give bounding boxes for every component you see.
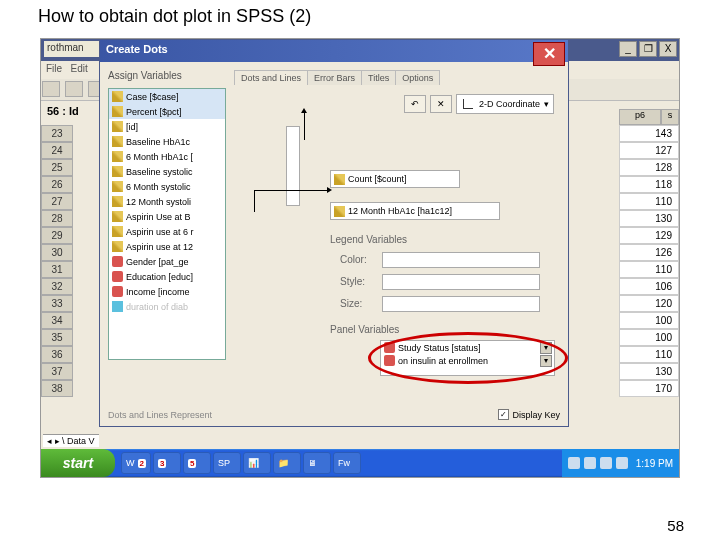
data-cell[interactable]: 100	[619, 329, 679, 346]
app-close-button[interactable]: X	[659, 41, 677, 57]
data-cell[interactable]: 170	[619, 380, 679, 397]
menu-edit[interactable]: Edit	[70, 63, 87, 74]
row-num[interactable]: 31	[41, 261, 73, 278]
start-button[interactable]: start	[41, 449, 115, 477]
size-dropzone[interactable]	[382, 296, 540, 312]
slide-title: How to obtain dot plot in SPSS (2)	[38, 6, 311, 27]
var-item[interactable]: Percent [$pct]	[109, 104, 225, 119]
var-item[interactable]: [id]	[109, 119, 225, 134]
minimize-button[interactable]: _	[619, 41, 637, 57]
tray-icon[interactable]	[568, 457, 580, 469]
maximize-button[interactable]: ❐	[639, 41, 657, 57]
var-item[interactable]: Baseline systolic	[109, 164, 225, 179]
variable-list[interactable]: Case [$case] Percent [$pct] [id] Baselin…	[108, 88, 226, 360]
task-button[interactable]: 🖥	[303, 452, 331, 474]
tab-error-bars[interactable]: Error Bars	[307, 70, 362, 85]
panel-variables-box[interactable]: Study Status [status] ▾ on insulin at en…	[380, 340, 555, 376]
style-dropzone[interactable]	[382, 274, 540, 290]
scale-icon	[112, 106, 123, 117]
data-cell[interactable]: 128	[619, 159, 679, 176]
scale-icon	[112, 91, 123, 102]
x-axis-dropzone[interactable]: 12 Month HbA1c [ha1c12]	[330, 202, 500, 220]
tab-options[interactable]: Options	[395, 70, 440, 85]
data-cell[interactable]: 100	[619, 312, 679, 329]
data-cell[interactable]: 106	[619, 278, 679, 295]
row-num[interactable]: 38	[41, 380, 73, 397]
data-cell[interactable]: 110	[619, 346, 679, 363]
col-header[interactable]: p6	[619, 109, 661, 125]
y-axis-dropzone[interactable]	[286, 126, 300, 206]
display-key-checkbox[interactable]: ✓ Display Key	[498, 409, 560, 420]
count-dropzone[interactable]: Count [$count]	[330, 170, 460, 188]
row-num[interactable]: 23	[41, 125, 73, 142]
data-cell[interactable]: 143	[619, 125, 679, 142]
coordinate-selector[interactable]: 2-D Coordinate ▾	[456, 94, 554, 114]
var-item[interactable]: Aspirin use at 6 r	[109, 224, 225, 239]
tray-icon[interactable]	[584, 457, 596, 469]
task-button[interactable]: W2	[121, 452, 151, 474]
task-button[interactable]: 📁	[273, 452, 301, 474]
nominal-icon	[384, 355, 395, 366]
row-num[interactable]: 29	[41, 227, 73, 244]
tray-icon[interactable]	[600, 457, 612, 469]
row-num[interactable]: 28	[41, 210, 73, 227]
var-item[interactable]: Baseline HbA1c	[109, 134, 225, 149]
row-num[interactable]: 35	[41, 329, 73, 346]
tray-icon[interactable]	[616, 457, 628, 469]
data-cell[interactable]: 126	[619, 244, 679, 261]
open-icon[interactable]	[42, 81, 60, 97]
row-num[interactable]: 34	[41, 312, 73, 329]
data-cell[interactable]: 118	[619, 176, 679, 193]
dropdown-icon[interactable]: ▾	[540, 355, 552, 367]
var-item[interactable]: 12 Month systoli	[109, 194, 225, 209]
var-item[interactable]: 6 Month systolic	[109, 179, 225, 194]
row-num[interactable]: 25	[41, 159, 73, 176]
var-label: Case [$case]	[126, 92, 179, 102]
task-button[interactable]: 3	[153, 452, 181, 474]
tab-dots-lines[interactable]: Dots and Lines	[234, 70, 308, 85]
var-item[interactable]: Income [income	[109, 284, 225, 299]
var-item[interactable]: 6 Month HbA1c [	[109, 149, 225, 164]
panel-var-item[interactable]: Study Status [status] ▾	[381, 341, 554, 354]
data-cell[interactable]: 127	[619, 142, 679, 159]
row-num[interactable]: 37	[41, 363, 73, 380]
task-button[interactable]: 📊	[243, 452, 271, 474]
save-icon[interactable]	[65, 81, 83, 97]
panel-var-item[interactable]: on insulin at enrollmen ▾	[381, 354, 554, 367]
windows-taskbar: start W2 3 5 SP 📊 📁 🖥 Fw 1:19 PM	[41, 449, 679, 477]
var-item[interactable]: Case [$case]	[109, 89, 225, 104]
row-num[interactable]: 24	[41, 142, 73, 159]
var-item[interactable]: Gender [pat_ge	[109, 254, 225, 269]
row-num[interactable]: 30	[41, 244, 73, 261]
data-cell[interactable]: 110	[619, 193, 679, 210]
data-cell[interactable]: 130	[619, 210, 679, 227]
data-cell[interactable]: 110	[619, 261, 679, 278]
row-num[interactable]: 36	[41, 346, 73, 363]
data-cell[interactable]: 130	[619, 363, 679, 380]
row-num[interactable]: 26	[41, 176, 73, 193]
row-num[interactable]: 33	[41, 295, 73, 312]
col-header[interactable]: s	[661, 109, 679, 125]
data-cell[interactable]: 129	[619, 227, 679, 244]
task-button[interactable]: SP	[213, 452, 241, 474]
delete-button[interactable]: ✕	[430, 95, 452, 113]
task-button[interactable]: 5	[183, 452, 211, 474]
row-num[interactable]: 32	[41, 278, 73, 295]
var-label: Income [income	[126, 287, 190, 297]
dialog-title: Create Dots	[106, 43, 168, 55]
dataview-tab[interactable]: ◂ ▸ \ Data V	[43, 434, 99, 447]
row-num[interactable]: 27	[41, 193, 73, 210]
var-item[interactable]: Education [educ]	[109, 269, 225, 284]
task-button[interactable]: Fw	[333, 452, 361, 474]
menu-file[interactable]: File	[46, 63, 62, 74]
var-item[interactable]: duration of diab	[109, 299, 225, 314]
dropdown-icon[interactable]: ▾	[540, 342, 552, 354]
undo-button[interactable]: ↶	[404, 95, 426, 113]
tab-titles[interactable]: Titles	[361, 70, 396, 85]
color-dropzone[interactable]	[382, 252, 540, 268]
var-item[interactable]: Aspirin use at 12	[109, 239, 225, 254]
var-item[interactable]: Aspirin Use at B	[109, 209, 225, 224]
data-cell[interactable]: 120	[619, 295, 679, 312]
var-label: Aspirin Use at B	[126, 212, 191, 222]
clock[interactable]: 1:19 PM	[636, 458, 673, 469]
